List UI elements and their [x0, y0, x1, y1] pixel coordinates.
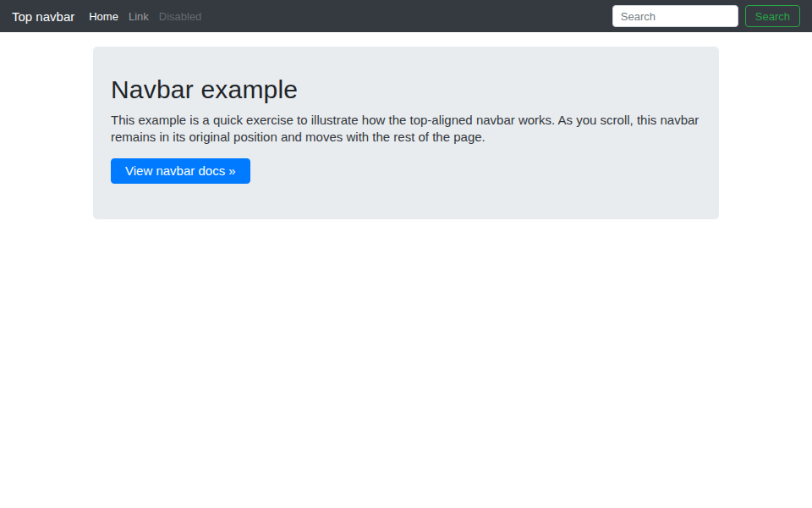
- search-input[interactable]: [612, 5, 738, 27]
- main-container: Navbar example This example is a quick e…: [93, 47, 719, 219]
- top-navbar: Top navbar Home Link Disabled Search: [0, 0, 812, 32]
- nav-link-link[interactable]: Link: [123, 10, 154, 23]
- intro-paragraph: This example is a quick exercise to illu…: [111, 112, 701, 146]
- search-button[interactable]: Search: [745, 5, 800, 27]
- view-navbar-docs-button[interactable]: View navbar docs »: [111, 158, 250, 184]
- navbar-brand[interactable]: Top navbar: [12, 9, 74, 24]
- nav-link-disabled: Disabled: [154, 10, 207, 23]
- page-title: Navbar example: [111, 75, 701, 104]
- navbar-links: Home Link Disabled: [84, 8, 206, 24]
- jumbotron: Navbar example This example is a quick e…: [93, 47, 719, 219]
- nav-link-home[interactable]: Home: [84, 10, 123, 23]
